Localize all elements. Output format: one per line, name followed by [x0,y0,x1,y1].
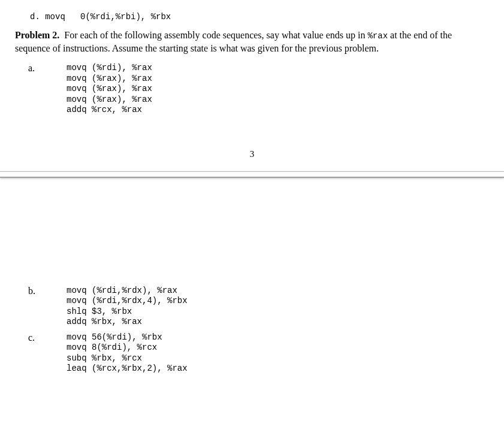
sub-item-b: b. movq (%rdi,%rdx), %rax movq (%rdi,%rd… [15,286,489,328]
problem-title: Problem 2. [15,30,59,40]
problem-body-before: For each of the following assembly code … [64,30,367,40]
sub-code-a: movq (%rdi), %rax movq (%rax), %rax movq… [67,63,152,116]
sub-code-b: movq (%rdi,%rdx), %rax movq (%rdi,%rdx,4… [67,286,188,328]
sub-label-c: c. [15,332,67,343]
sub-label-a: a. [15,63,67,74]
sub-code-c: movq 56(%rdi), %rbx movq 8(%rdi), %rcx s… [67,332,188,374]
page-divider [0,171,504,178]
previous-item-cutoff: d. movq 0(%rdi,%rbi), %rbx [15,12,489,22]
problem-header: Problem 2. For each of the following ass… [15,29,489,54]
inline-code-rax: %rax [367,31,388,41]
sub-item-a: a. movq (%rdi), %rax movq (%rax), %rax m… [15,63,489,116]
sub-item-c: c. movq 56(%rdi), %rbx movq 8(%rdi), %rc… [15,332,489,374]
sub-label-b: b. [15,286,67,296]
page-number: 3 [15,149,489,159]
